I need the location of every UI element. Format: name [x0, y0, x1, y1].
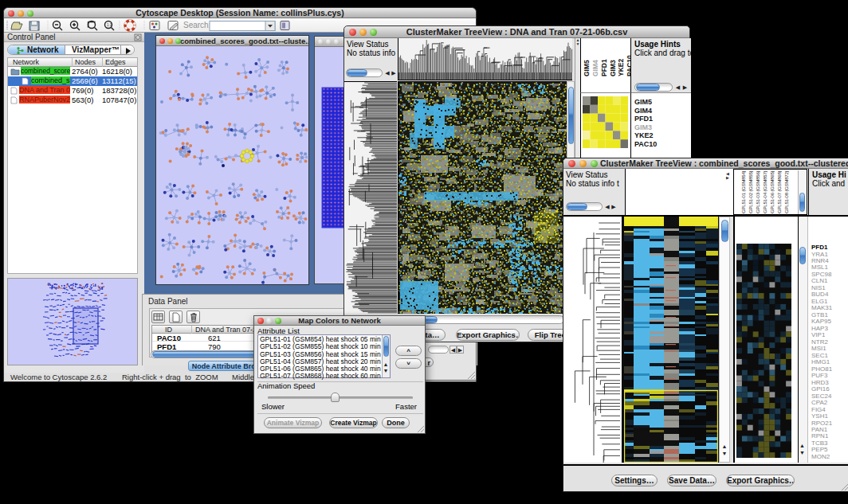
svg-text:1:1: 1:1: [107, 23, 112, 27]
svg-text:Search:: Search:: [183, 21, 210, 29]
